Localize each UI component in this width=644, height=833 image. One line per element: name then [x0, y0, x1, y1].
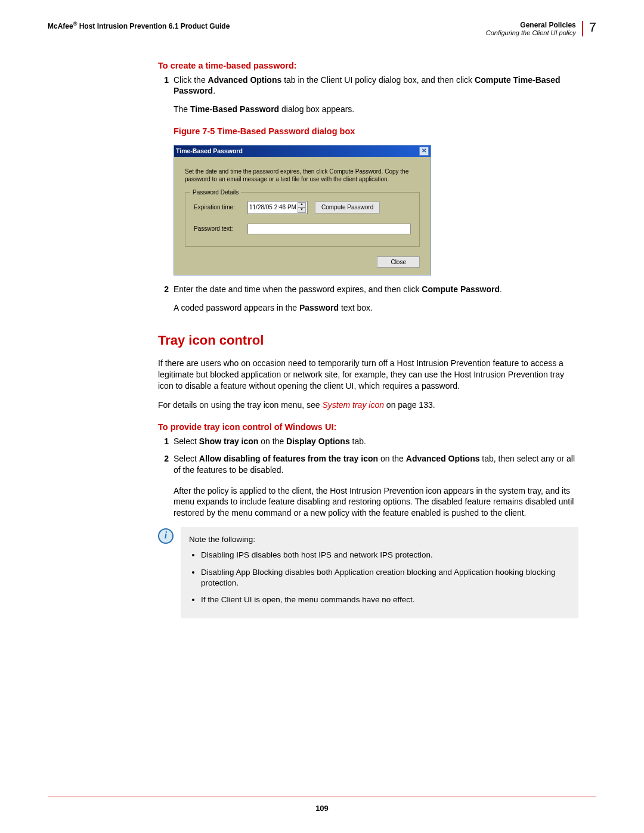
note-intro: Note the following:: [189, 534, 570, 545]
tray-para-2: For details on using the tray icon menu,…: [158, 400, 578, 411]
system-tray-icon-link[interactable]: System tray icon: [322, 400, 383, 410]
header-section: General Policies: [520, 21, 575, 29]
header-sub: Configuring the Client UI policy: [486, 29, 576, 36]
page-header: McAfee® Host Intrusion Prevention 6.1 Pr…: [48, 21, 596, 36]
tray-icon-heading: Tray icon control: [158, 332, 578, 349]
note-bullet: If the Client UI is open, the menu comma…: [201, 594, 570, 605]
group-legend: Password Details: [190, 188, 241, 197]
close-icon[interactable]: ✕: [419, 147, 429, 156]
step-2: 2 Enter the date and time when the passw…: [158, 284, 578, 295]
spinner[interactable]: ▲ ▼: [298, 202, 306, 213]
header-left: McAfee® Host Intrusion Prevention 6.1 Pr…: [48, 21, 230, 30]
tray-para-3: After the policy is applied to the clien…: [174, 485, 578, 519]
note: i Note the following: Disabling IPS disa…: [158, 527, 578, 618]
close-button[interactable]: Close: [377, 256, 420, 268]
figure-caption: Figure 7-5 Time-Based Password dialog bo…: [174, 126, 578, 138]
note-bullet: Disabling IPS disables both host IPS and…: [201, 550, 570, 561]
dialog-instructions: Set the date and time the password expir…: [185, 168, 420, 184]
footer-rule: [48, 797, 596, 797]
page-number: 109: [0, 804, 644, 813]
compute-password-button[interactable]: Compute Password: [315, 202, 380, 213]
info-icon: i: [158, 528, 174, 544]
figure-dialog: Time-Based Password ✕ Set the date and t…: [174, 145, 578, 276]
expiration-input[interactable]: 11/28/05 2:46 PM ▲ ▼: [247, 201, 308, 214]
page: McAfee® Host Intrusion Prevention 6.1 Pr…: [0, 0, 644, 833]
expiration-label: Expiration time:: [194, 203, 247, 212]
chapter-number: 7: [583, 21, 596, 34]
step-1: 1 Click the Advanced Options tab in the …: [158, 75, 578, 97]
tray-para-1: If there are users who on occasion need …: [158, 358, 578, 392]
proc-heading-tray-control: To provide tray icon control of Windows …: [158, 422, 578, 433]
spinner-up-icon[interactable]: ▲: [298, 202, 306, 208]
note-bullet: Disabling App Blocking disables both App…: [201, 567, 570, 589]
step-2-result: A coded password appears in the Password…: [174, 302, 578, 314]
password-details-group: Password Details Expiration time: 11/28/…: [185, 192, 420, 247]
tray-step-2: 2 Select Allow disabling of features fro…: [158, 453, 578, 476]
password-text-input[interactable]: [247, 224, 411, 234]
password-text-label: Password text:: [194, 225, 247, 233]
proc-heading-create-password: To create a time-based password:: [158, 60, 578, 72]
dialog-titlebar: Time-Based Password ✕: [174, 145, 431, 157]
time-based-password-dialog: Time-Based Password ✕ Set the date and t…: [174, 145, 431, 276]
tray-step-1: 1 Select Show tray icon on the Display O…: [158, 436, 578, 447]
content: To create a time-based password: 1 Click…: [158, 60, 578, 618]
step-1-result: The Time-Based Password dialog box appea…: [174, 104, 578, 115]
dialog-title: Time-Based Password: [176, 147, 243, 155]
spinner-down-icon[interactable]: ▼: [298, 208, 306, 213]
header-right: General Policies Configuring the Client …: [486, 21, 596, 36]
